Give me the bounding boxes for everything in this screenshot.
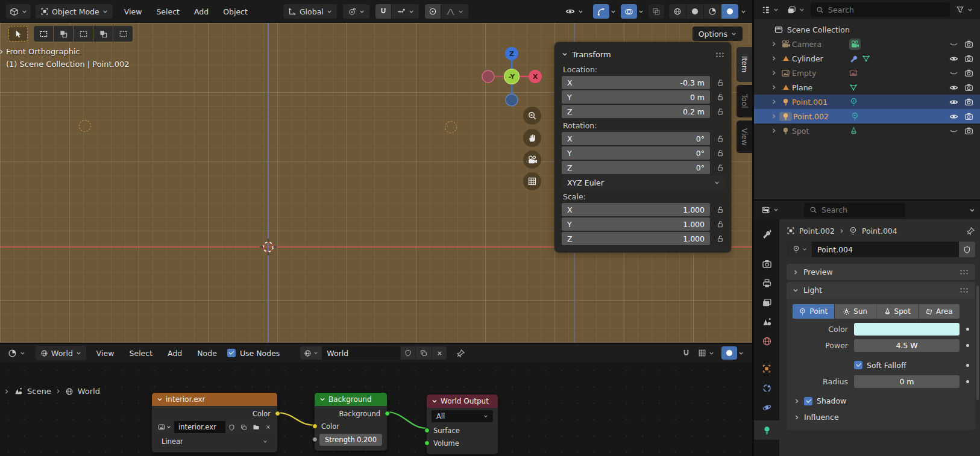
lock-open-icon[interactable] xyxy=(715,78,725,87)
menu-select[interactable]: Select xyxy=(127,349,156,358)
visibility-eye-icon[interactable] xyxy=(946,98,961,107)
influence-subpanel-header[interactable]: Influence xyxy=(794,413,975,422)
show-gizmos-toggle[interactable] xyxy=(593,4,609,19)
menu-add[interactable]: Add xyxy=(165,349,185,358)
strength-field[interactable]: Strength 0.200 xyxy=(319,434,382,446)
outliner-editor-type-button[interactable] xyxy=(759,2,781,17)
point-light-gizmo[interactable] xyxy=(79,120,91,132)
shader-editor-type-button[interactable] xyxy=(5,346,28,360)
lock-open-icon[interactable] xyxy=(715,163,725,172)
node-environment-texture[interactable]: interior.exr Color interior.exr xyxy=(152,393,277,452)
rotation-z-field[interactable]: Z0° xyxy=(562,161,710,174)
visibility-eye-icon[interactable] xyxy=(946,112,961,121)
outliner-row-point-001[interactable]: Point.001 xyxy=(754,95,980,109)
mode-dropdown[interactable]: Object Mode xyxy=(36,4,113,19)
image-name-field[interactable]: interior.exr xyxy=(174,421,225,433)
socket-background-output[interactable] xyxy=(385,411,390,416)
use-nodes-checkbox[interactable] xyxy=(227,349,236,357)
options-dropdown[interactable]: Options xyxy=(693,27,743,41)
menu-select[interactable]: Select xyxy=(153,7,183,16)
properties-editor-type-button[interactable] xyxy=(759,203,781,217)
lock-open-icon[interactable] xyxy=(715,234,725,243)
axis-negz-ball[interactable] xyxy=(506,94,518,106)
filter-dropdown[interactable] xyxy=(953,2,975,17)
viewport-canvas[interactable]: Options Front Orthographic (1) Scene Col… xyxy=(0,23,752,343)
snap-toggle[interactable] xyxy=(375,4,391,19)
camera-view-button[interactable] xyxy=(523,151,541,169)
fake-user-shield-button[interactable] xyxy=(226,421,237,433)
pivot-point-dropdown[interactable] xyxy=(343,4,369,19)
path-world[interactable]: World xyxy=(78,387,100,396)
location-x-field[interactable]: X-0.3 m xyxy=(562,76,710,89)
point-light-gizmo[interactable] xyxy=(445,121,457,133)
socket-color-input[interactable] xyxy=(312,423,318,429)
hide-eye-closed-icon[interactable] xyxy=(946,40,961,49)
world-name-field[interactable]: World xyxy=(322,346,400,360)
tab-render[interactable] xyxy=(754,254,779,273)
lock-open-icon[interactable] xyxy=(715,93,725,101)
menu-object[interactable]: Object xyxy=(220,7,251,16)
proportional-falloff-dropdown[interactable] xyxy=(441,4,468,19)
modifier-wrench-icon[interactable] xyxy=(849,54,858,63)
drag-handle-icon[interactable] xyxy=(960,269,969,275)
animate-dot[interactable] xyxy=(966,364,969,367)
pan-hand-button[interactable] xyxy=(523,129,541,147)
node-header[interactable]: interior.exr xyxy=(152,393,277,406)
datablock-name-field[interactable]: Point.004 xyxy=(812,242,959,257)
sidebar-tab-view[interactable]: View xyxy=(737,120,752,153)
shadow-checkbox[interactable] xyxy=(804,397,812,405)
outliner-row-cylinder[interactable]: Cylinder xyxy=(754,51,980,66)
shading-rendered-button[interactable] xyxy=(721,4,738,19)
menu-add[interactable]: Add xyxy=(191,7,212,16)
snapping-magnet-icon[interactable] xyxy=(682,349,691,358)
light-panel-header[interactable]: Light xyxy=(787,282,975,298)
spot-light-data-icon[interactable] xyxy=(849,126,858,136)
overlay-dropdown[interactable] xyxy=(738,351,744,356)
select-mode-set-button[interactable] xyxy=(34,26,53,42)
disclosure-icon[interactable] xyxy=(768,70,779,76)
world-browse-button[interactable] xyxy=(300,346,322,360)
render-visibility-icon[interactable] xyxy=(961,112,976,121)
hide-eye-closed-icon[interactable] xyxy=(946,126,961,136)
socket-surface-input[interactable] xyxy=(424,428,430,433)
radius-field[interactable]: 0 m xyxy=(854,375,960,388)
render-visibility-icon[interactable] xyxy=(961,98,976,107)
visibility-eye-icon[interactable] xyxy=(946,54,961,63)
node-header[interactable]: Background xyxy=(315,393,387,406)
lock-open-icon[interactable] xyxy=(715,220,725,228)
unlink-button[interactable] xyxy=(263,421,274,433)
scale-z-field[interactable]: Z1.000 xyxy=(562,232,710,245)
disclosure-icon[interactable] xyxy=(768,84,779,90)
render-visibility-icon[interactable] xyxy=(961,83,976,92)
shading-dropdown[interactable] xyxy=(741,9,746,14)
colorspace-dropdown[interactable]: Linear xyxy=(157,436,272,448)
node-world-output[interactable]: World Output All Surface Volume xyxy=(427,395,498,454)
menu-node[interactable]: Node xyxy=(194,349,220,358)
path-scene[interactable]: Scene xyxy=(27,387,51,396)
outliner-search-input[interactable]: Search xyxy=(811,2,950,17)
outliner-row-scene-collection[interactable]: Scene Collection xyxy=(754,22,980,37)
outliner-row-spot[interactable]: Spot xyxy=(754,123,980,138)
mesh-data-icon[interactable] xyxy=(849,83,858,92)
outliner-row-empty[interactable]: Empty xyxy=(754,66,980,80)
rotation-x-field[interactable]: X0° xyxy=(562,132,710,145)
render-visibility-icon[interactable] xyxy=(961,54,976,63)
copy-button[interactable] xyxy=(238,421,250,433)
properties-options-dropdown[interactable] xyxy=(969,207,975,213)
outliner-row-point-002[interactable]: Point.002 xyxy=(754,109,980,123)
pin-icon[interactable] xyxy=(456,349,465,358)
tab-constraints[interactable] xyxy=(754,378,779,398)
point-light-data-icon[interactable] xyxy=(849,98,858,107)
display-mode-dropdown[interactable] xyxy=(785,2,807,17)
pin-icon[interactable] xyxy=(966,226,975,236)
snap-settings-dropdown[interactable] xyxy=(392,4,419,19)
chevron-down-icon[interactable] xyxy=(432,398,438,404)
chevron-down-icon[interactable] xyxy=(157,396,163,402)
tab-physics[interactable] xyxy=(754,398,779,417)
drag-handle-icon[interactable] xyxy=(960,287,969,293)
tab-world[interactable] xyxy=(754,331,779,351)
lock-open-icon[interactable] xyxy=(715,107,725,116)
outliner-row-camera[interactable]: Camera xyxy=(754,37,980,51)
light-type-spot[interactable]: Spot xyxy=(876,304,918,319)
node-header[interactable]: World Output xyxy=(427,395,498,408)
